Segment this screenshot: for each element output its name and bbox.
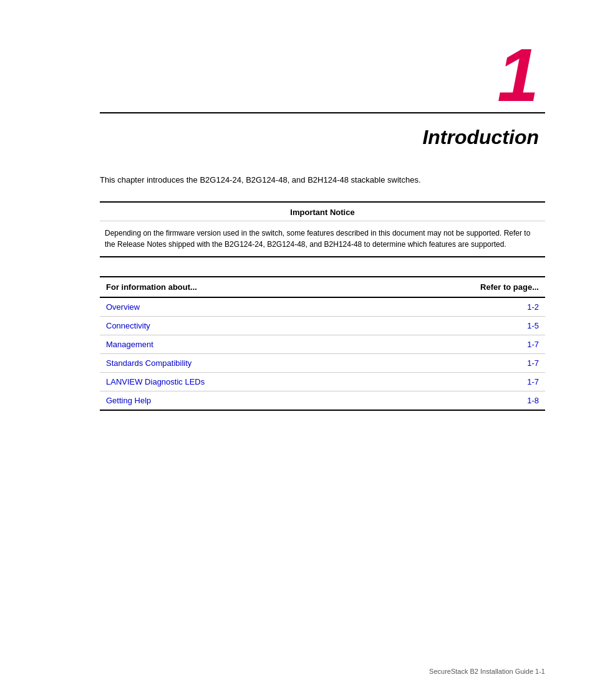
- toc-row: Management1-7: [100, 335, 545, 353]
- toc-row-page[interactable]: 1-7: [372, 372, 545, 391]
- toc-row: LANVIEW Diagnostic LEDs1-7: [100, 372, 545, 391]
- chapter-divider: [100, 112, 545, 113]
- notice-body: Depending on the firmware version used i…: [100, 221, 545, 256]
- toc-row-page[interactable]: 1-8: [372, 391, 545, 410]
- toc-row: Overview1-2: [100, 297, 545, 317]
- chapter-title: Introduction: [100, 126, 545, 149]
- toc-row-page[interactable]: 1-5: [372, 316, 545, 335]
- toc-table: For information about... Refer to page..…: [100, 276, 545, 411]
- toc-header-info: For information about...: [100, 277, 372, 297]
- notice-box: Important Notice Depending on the firmwa…: [100, 201, 545, 257]
- toc-row: Standards Compatibility1-7: [100, 353, 545, 372]
- toc-row-label[interactable]: Connectivity: [100, 316, 372, 335]
- toc-header-page: Refer to page...: [372, 277, 545, 297]
- toc-row-label[interactable]: Standards Compatibility: [100, 353, 372, 372]
- toc-row-page[interactable]: 1-7: [372, 353, 545, 372]
- toc-row: Getting Help1-8: [100, 391, 545, 410]
- notice-title: Important Notice: [100, 203, 545, 221]
- footer: SecureStack B2 Installation Guide 1-1: [429, 668, 545, 675]
- toc-header-row: For information about... Refer to page..…: [100, 277, 545, 297]
- toc-row-label[interactable]: Getting Help: [100, 391, 372, 410]
- chapter-number: 1: [100, 37, 545, 112]
- toc-row-label[interactable]: Management: [100, 335, 372, 353]
- toc-row-page[interactable]: 1-7: [372, 335, 545, 353]
- toc-row-label[interactable]: Overview: [100, 297, 372, 317]
- toc-row-page[interactable]: 1-2: [372, 297, 545, 317]
- intro-text: This chapter introduces the B2G124-24, B…: [100, 174, 545, 186]
- page: 1 Introduction This chapter introduces t…: [0, 0, 595, 700]
- toc-row: Connectivity1-5: [100, 316, 545, 335]
- toc-row-label[interactable]: LANVIEW Diagnostic LEDs: [100, 372, 372, 391]
